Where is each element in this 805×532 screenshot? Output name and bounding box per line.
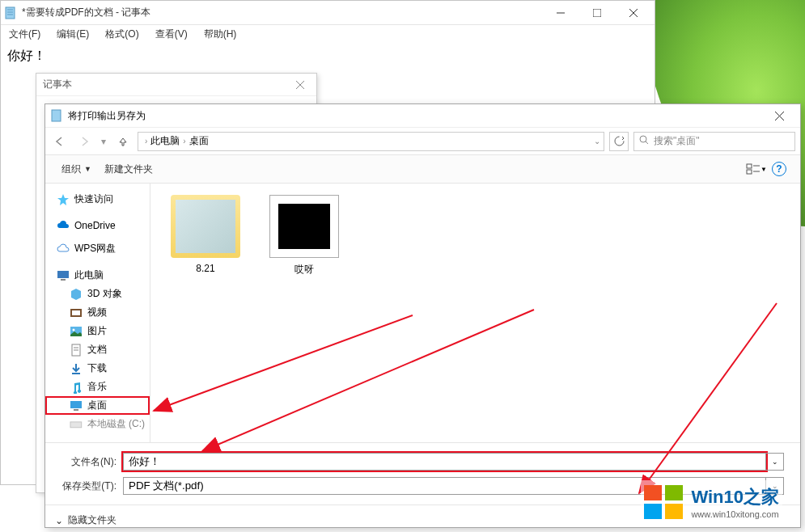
nav-recent-dropdown[interactable]: ▾ [99, 132, 108, 151]
filename-input[interactable] [123, 453, 766, 471]
chevron-down-icon: ⌄ [55, 515, 63, 526]
svg-line-16 [646, 141, 648, 144]
notepad-icon [4, 6, 17, 19]
close-button[interactable] [615, 2, 651, 24]
notepad-title: *需要转成PDF的文档 - 记事本 [22, 6, 542, 19]
cloud-icon [57, 219, 70, 232]
svg-rect-32 [74, 409, 78, 411]
notepad-menubar: 文件(F) 编辑(E) 格式(O) 查看(V) 帮助(H) [1, 25, 655, 43]
document-icon [70, 344, 83, 357]
file-name: 8.21 [165, 263, 246, 274]
save-as-toolbar: 组织 ▼ 新建文件夹 ▼ ? [45, 154, 800, 184]
svg-point-15 [640, 136, 646, 142]
help-button[interactable]: ? [768, 159, 790, 179]
tree-music[interactable]: 音乐 [45, 378, 150, 396]
tree-videos[interactable]: 视频 [45, 303, 150, 322]
breadcrumb-bar[interactable]: › 此电脑 › 桌面 ⌄ [138, 132, 604, 151]
file-item-image[interactable]: 哎呀 [264, 195, 345, 277]
tree-quick-access[interactable]: 快速访问 [45, 190, 150, 209]
breadcrumb-root[interactable]: 此电脑 [150, 134, 180, 148]
svg-rect-31 [70, 401, 82, 408]
svg-rect-21 [57, 271, 69, 278]
svg-rect-10 [52, 110, 61, 121]
tree-this-pc[interactable]: 此电脑 [45, 266, 150, 285]
chevron-down-icon: ▼ [84, 165, 91, 173]
save-as-nav: ▾ › 此电脑 › 桌面 ⌄ 搜索"桌面" [45, 127, 800, 154]
small-dialog-title: 记事本 [43, 78, 72, 91]
file-name: 哎呀 [264, 263, 345, 277]
filetype-label: 保存类型(T): [61, 479, 117, 493]
svg-point-26 [73, 328, 75, 331]
svg-rect-5 [593, 9, 601, 17]
new-folder-button[interactable]: 新建文件夹 [98, 159, 159, 179]
folder-icon [171, 195, 240, 258]
cube-icon [70, 288, 83, 301]
desktop-icon [70, 399, 83, 412]
music-icon [70, 381, 83, 394]
nav-forward-button[interactable] [74, 132, 94, 151]
folder-tree: 快速访问 OneDrive WPS网盘 此电脑 3D 对象 [45, 184, 150, 442]
save-as-close-button[interactable] [763, 105, 795, 126]
menu-view[interactable]: 查看(V) [150, 26, 193, 43]
tree-wps[interactable]: WPS网盘 [45, 239, 150, 258]
tree-pictures[interactable]: 图片 [45, 322, 150, 340]
nav-up-button[interactable] [113, 132, 133, 151]
menu-format[interactable]: 格式(O) [100, 26, 143, 43]
search-placeholder: 搜索"桌面" [654, 134, 700, 148]
svg-rect-22 [61, 279, 66, 281]
minimize-button[interactable] [542, 2, 578, 24]
tree-documents[interactable]: 文档 [45, 340, 150, 359]
tree-local-disk[interactable]: 本地磁盘 (C:) [45, 415, 150, 433]
breadcrumb-current[interactable]: 桌面 [189, 134, 209, 148]
notepad-titlebar[interactable]: *需要转成PDF的文档 - 记事本 [1, 1, 655, 25]
svg-rect-33 [70, 422, 82, 428]
refresh-button[interactable] [609, 132, 629, 151]
menu-edit[interactable]: 编辑(E) [52, 26, 94, 43]
menu-help[interactable]: 帮助(H) [199, 26, 242, 43]
chevron-right-icon[interactable]: › [183, 137, 185, 146]
tree-downloads[interactable]: 下载 [45, 359, 150, 378]
watermark: Win10之家 www.win10xitong.com [641, 480, 782, 524]
watermark-brand: Win10之家 [691, 485, 779, 509]
cloud-icon [57, 243, 70, 255]
organize-button[interactable]: 组织 ▼ [55, 159, 98, 179]
save-as-dialog: 将打印输出另存为 ▾ › 此电脑 › 桌面 ⌄ 搜索"桌面" 组织 ▼ 新建文件… [44, 103, 801, 528]
file-list[interactable]: 8.21 哎呀 [150, 184, 800, 442]
search-input[interactable]: 搜索"桌面" [633, 132, 795, 151]
save-as-title: 将打印输出另存为 [68, 109, 146, 123]
notepad-content[interactable]: 你好！ [1, 43, 655, 70]
chevron-right-icon[interactable]: › [145, 137, 147, 146]
star-icon [57, 193, 70, 206]
download-icon [70, 362, 83, 375]
filename-dropdown[interactable]: ⌄ [766, 453, 784, 471]
svg-rect-17 [747, 164, 752, 168]
filename-label: 文件名(N): [61, 455, 117, 469]
maximize-button[interactable] [578, 2, 615, 24]
picture-icon [70, 325, 83, 338]
video-icon [70, 306, 83, 319]
view-options-button[interactable]: ▼ [745, 159, 768, 179]
small-dialog-close-icon[interactable] [290, 75, 310, 95]
svg-rect-0 [6, 7, 15, 19]
svg-rect-24 [72, 310, 80, 315]
tree-onedrive[interactable]: OneDrive [45, 217, 150, 234]
nav-back-button[interactable] [50, 132, 70, 151]
menu-file[interactable]: 文件(F) [4, 26, 45, 43]
breadcrumb-dropdown[interactable]: ⌄ [594, 137, 600, 146]
save-as-titlebar[interactable]: 将打印输出另存为 [45, 104, 800, 127]
notepad-icon [50, 109, 63, 122]
tree-3d-objects[interactable]: 3D 对象 [45, 285, 150, 303]
tree-desktop[interactable]: 桌面 [45, 396, 150, 415]
image-icon [269, 195, 339, 258]
file-item-folder[interactable]: 8.21 [165, 195, 246, 274]
small-dialog-titlebar[interactable]: 记事本 [36, 74, 316, 96]
search-icon [639, 135, 649, 147]
monitor-icon [57, 269, 70, 282]
watermark-url: www.win10xitong.com [691, 509, 779, 519]
svg-rect-18 [747, 170, 752, 174]
hide-folders-toggle[interactable]: ⌄ 隐藏文件夹 [55, 513, 117, 527]
disk-icon [70, 418, 83, 431]
windows-logo-icon [644, 485, 683, 519]
